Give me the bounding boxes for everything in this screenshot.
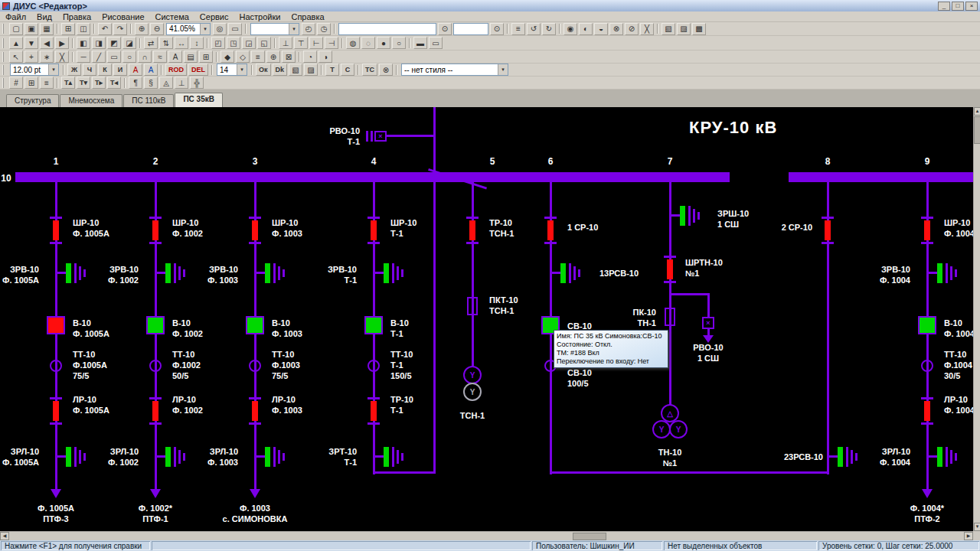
diagram-canvas[interactable]: 12345678910YY△YY××РВО-10Т-1ШР-10Ф. 1005А… bbox=[0, 107, 973, 531]
menu-service[interactable]: Сервис bbox=[194, 12, 234, 21]
arrester-rvo10-1ssh[interactable]: × bbox=[702, 317, 714, 344]
disc-tr10-tsn1[interactable] bbox=[466, 217, 479, 244]
undo-icon[interactable]: ↶ bbox=[98, 23, 112, 35]
guides-icon[interactable]: ≡ bbox=[40, 77, 54, 89]
ts-toggle-button[interactable]: ТС bbox=[362, 64, 377, 76]
disc-tr10-t1[interactable] bbox=[368, 397, 380, 425]
delete-icon[interactable]: ╳ bbox=[640, 23, 654, 35]
vscroll-thumb[interactable] bbox=[974, 116, 980, 144]
anchor-br-icon[interactable]: ◲ bbox=[242, 37, 256, 49]
thin-line-icon[interactable]: ▭ bbox=[429, 37, 443, 49]
erase-tool-icon[interactable]: ╳ bbox=[55, 51, 69, 63]
gnd-zrv10-f1004[interactable] bbox=[927, 263, 962, 283]
disable-icon[interactable]: ⊘ bbox=[625, 23, 639, 35]
italic-button[interactable]: К bbox=[98, 64, 112, 76]
gnd-zrsh10-1ssh[interactable] bbox=[670, 206, 705, 226]
search-input[interactable] bbox=[338, 23, 436, 35]
del-button[interactable]: DEL bbox=[188, 64, 208, 76]
half-right-icon[interactable]: ◨ bbox=[92, 37, 106, 49]
text-lower-button[interactable]: Т▾ bbox=[77, 77, 90, 89]
gnd-13rsv10[interactable] bbox=[550, 263, 586, 283]
anchor-tl-icon[interactable]: ◰ bbox=[211, 37, 225, 49]
disc-lr10-f1002[interactable] bbox=[149, 397, 162, 425]
stretch-v-icon[interactable]: ↕ bbox=[190, 37, 204, 49]
chevron-down-icon[interactable]: ▾ bbox=[48, 64, 58, 75]
flip-horizontal-icon[interactable]: ⇄ bbox=[144, 37, 158, 49]
scroll-left-icon[interactable]: ◀ bbox=[0, 532, 9, 540]
underline-button[interactable]: Ч bbox=[83, 64, 96, 76]
ct-tt10-f1002[interactable] bbox=[149, 360, 162, 372]
zoom-region-icon[interactable]: ▭ bbox=[228, 23, 242, 35]
arc-tool-icon[interactable]: ∩ bbox=[138, 51, 152, 63]
ct-tt10-t1[interactable] bbox=[368, 360, 380, 372]
print-icon[interactable]: ⊞ bbox=[61, 23, 75, 35]
fuse-pk10-tn1[interactable] bbox=[665, 308, 675, 326]
fuse-pkt10-tsn1[interactable] bbox=[467, 297, 478, 315]
breaker-v10-f1003[interactable] bbox=[246, 316, 264, 334]
line-tool-icon[interactable]: ─ bbox=[77, 51, 90, 63]
flip-vertical-icon[interactable]: ⇅ bbox=[159, 37, 173, 49]
disc-shr10-f1005a[interactable] bbox=[50, 217, 62, 244]
rod-button[interactable]: ROD bbox=[165, 64, 187, 76]
zoom-in-icon[interactable]: ⊕ bbox=[135, 23, 149, 35]
chevron-down-icon[interactable]: ▾ bbox=[289, 24, 299, 34]
refresh-icon[interactable]: ↺ bbox=[527, 23, 541, 35]
history-back-icon[interactable]: ◴ bbox=[302, 23, 315, 35]
horizontal-scrollbar[interactable]: ◀ ▶ bbox=[0, 531, 973, 540]
curve-tool-icon[interactable]: ≈ bbox=[153, 51, 167, 63]
rotate-icon[interactable]: ◔ bbox=[303, 51, 317, 63]
ground-marker-icon[interactable]: ⊥ bbox=[175, 77, 188, 89]
new-icon[interactable]: ▢ bbox=[9, 23, 23, 35]
text-tool-icon[interactable]: A bbox=[168, 51, 182, 63]
disc-shrtn10-n1[interactable] bbox=[664, 256, 676, 283]
node-edit-icon[interactable]: ◆ bbox=[220, 51, 234, 63]
delete-object-icon[interactable]: ⊠ bbox=[282, 51, 296, 63]
anchor-bl-icon[interactable]: ◱ bbox=[257, 37, 271, 49]
corner-tl-icon[interactable]: ◩ bbox=[107, 37, 121, 49]
gnd-zrl10-f1003[interactable] bbox=[255, 447, 290, 467]
snap-left-icon[interactable]: ⊢ bbox=[309, 37, 323, 49]
gnd-zrv10-f1002[interactable] bbox=[155, 263, 191, 283]
section-icon[interactable]: § bbox=[144, 77, 158, 89]
grid-toggle-icon[interactable]: # bbox=[9, 77, 23, 89]
triangle-marker-icon[interactable]: ◬ bbox=[159, 77, 173, 89]
half-left-icon[interactable]: ◧ bbox=[77, 37, 90, 49]
object-list-icon[interactable]: ≡ bbox=[511, 23, 525, 35]
disc-lr10-f1005a[interactable] bbox=[50, 397, 62, 425]
snap-right-icon[interactable]: ⊣ bbox=[325, 37, 338, 49]
crosshair-icon[interactable]: ╬ bbox=[190, 77, 204, 89]
feeder-arrow-f1004[interactable] bbox=[922, 489, 933, 498]
group-icon[interactable]: ◍ bbox=[346, 37, 360, 49]
save-icon[interactable]: ▦ bbox=[40, 23, 54, 35]
menu-system[interactable]: Система bbox=[150, 12, 194, 21]
hscroll-thumb[interactable] bbox=[573, 533, 606, 540]
ungroup-icon[interactable]: ◌ bbox=[361, 37, 375, 49]
text-left-button[interactable]: Т◂ bbox=[107, 77, 121, 89]
breaker-v10-f1005a[interactable] bbox=[47, 316, 65, 334]
find-input[interactable] bbox=[453, 23, 488, 35]
symbol-size-combo[interactable]: 14▾ bbox=[217, 64, 247, 76]
find-icon[interactable]: ⊙ bbox=[490, 23, 504, 35]
mode-icon[interactable]: ◒ bbox=[594, 23, 608, 35]
breaker-v10-t1[interactable] bbox=[364, 316, 383, 334]
style-combo[interactable]: -- нет стиля --▾ bbox=[401, 64, 508, 76]
gnd-zrt10-t1[interactable] bbox=[374, 447, 409, 467]
align-bottom-icon[interactable]: ▼ bbox=[24, 37, 38, 49]
scroll-right-icon[interactable]: ▶ bbox=[964, 532, 973, 540]
snap-top-icon[interactable]: ⊤ bbox=[294, 37, 308, 49]
tab-structure[interactable]: Структура bbox=[6, 94, 59, 107]
dk-button[interactable]: Dk bbox=[273, 64, 288, 76]
breaker-v10-f1004[interactable] bbox=[918, 316, 936, 334]
telemetry-icon[interactable]: ◉ bbox=[564, 23, 577, 35]
text-right-button[interactable]: Т▸ bbox=[92, 77, 106, 89]
disc-1sr10[interactable] bbox=[544, 217, 557, 244]
gnd-zrv10-t1[interactable] bbox=[374, 263, 409, 283]
mirror-icon[interactable]: ◑ bbox=[318, 51, 332, 63]
gnd-zrl10-f1005a[interactable] bbox=[56, 447, 91, 467]
font-size-combo[interactable]: 12.00 pt▾ bbox=[10, 64, 59, 76]
bold-button[interactable]: Ж bbox=[67, 64, 81, 76]
close-doc-icon[interactable]: ⊗ bbox=[609, 23, 623, 35]
bring-front-icon[interactable]: ● bbox=[377, 37, 390, 49]
scroll-down-icon[interactable]: ▼ bbox=[974, 523, 980, 531]
chevron-down-icon[interactable]: ▾ bbox=[200, 24, 210, 34]
